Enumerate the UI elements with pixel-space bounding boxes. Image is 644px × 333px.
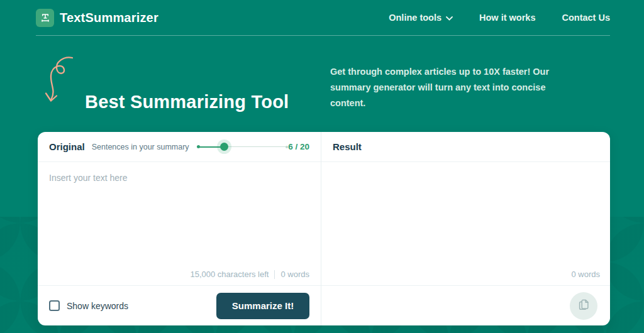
text-width-icon bbox=[36, 9, 54, 27]
nav-contact-us[interactable]: Contact Us bbox=[562, 13, 610, 23]
main-nav: Online tools How it works Contact Us bbox=[389, 13, 610, 23]
page-title: Best Summarizing Tool bbox=[85, 92, 289, 112]
sentence-slider[interactable] bbox=[197, 139, 289, 155]
brand-logo-group[interactable]: TextSummarizer bbox=[36, 9, 158, 27]
original-counters: 15,000 characters left 0 words bbox=[190, 270, 309, 279]
slider-thumb[interactable] bbox=[220, 143, 228, 151]
brand-name: TextSummarizer bbox=[60, 11, 158, 25]
original-title: Original bbox=[49, 141, 85, 152]
top-header: TextSummarizer Online tools How it works… bbox=[0, 0, 644, 36]
result-title: Result bbox=[333, 141, 362, 152]
nav-how-it-works[interactable]: How it works bbox=[479, 13, 535, 23]
counter-separator bbox=[274, 270, 275, 279]
nav-online-tools-label: Online tools bbox=[389, 13, 441, 23]
result-panel: Result 0 words bbox=[321, 132, 610, 325]
result-panel-header: Result bbox=[321, 132, 610, 162]
nav-contact-us-label: Contact Us bbox=[562, 13, 610, 23]
original-panel-header: Original Sentences in your summary 6 / 2… bbox=[38, 132, 321, 162]
chevron-down-icon bbox=[446, 13, 453, 23]
show-keywords-toggle[interactable]: Show keywords bbox=[49, 300, 128, 311]
page-subtitle: Get through complex articles up to 10X f… bbox=[330, 64, 567, 111]
slider-value: 6 / 20 bbox=[288, 142, 309, 151]
copy-result-button[interactable] bbox=[570, 292, 597, 320]
result-word-counter: 0 words bbox=[571, 270, 600, 279]
original-body: 15,000 characters left 0 words bbox=[38, 162, 321, 285]
original-panel: Original Sentences in your summary 6 / 2… bbox=[38, 132, 321, 325]
nav-how-it-works-label: How it works bbox=[479, 13, 535, 23]
hero-section: Best Summarizing Tool Get through comple… bbox=[0, 36, 644, 132]
result-footer bbox=[321, 285, 610, 325]
characters-left-counter: 15,000 characters left bbox=[190, 270, 269, 279]
slider-end-dot bbox=[286, 146, 288, 148]
result-body: 0 words bbox=[321, 162, 610, 285]
curly-arrow-icon bbox=[42, 53, 74, 109]
original-footer: Show keywords Summarize It! bbox=[38, 285, 321, 325]
summarize-button[interactable]: Summarize It! bbox=[216, 293, 309, 319]
nav-online-tools[interactable]: Online tools bbox=[389, 13, 453, 23]
show-keywords-checkbox[interactable] bbox=[49, 300, 60, 311]
show-keywords-label: Show keywords bbox=[67, 301, 128, 311]
slider-track-rest bbox=[224, 146, 287, 148]
source-text-input[interactable] bbox=[38, 162, 321, 285]
copy-icon bbox=[577, 298, 591, 314]
original-word-counter: 0 words bbox=[280, 270, 309, 279]
summarizer-card: Original Sentences in your summary 6 / 2… bbox=[38, 132, 610, 325]
sentence-slider-label: Sentences in your summary bbox=[92, 143, 189, 151]
